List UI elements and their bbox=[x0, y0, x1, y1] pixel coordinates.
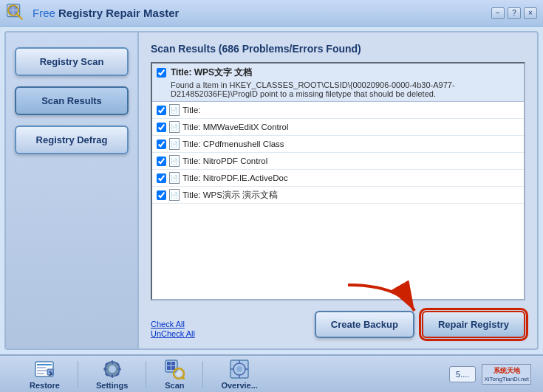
row-label: Title: NitroPDF.IE.ActiveDoc bbox=[182, 173, 288, 182]
svg-rect-17 bbox=[112, 360, 113, 364]
list-item: 📄 Title: NitroPDF Control bbox=[152, 153, 524, 170]
check-links: Check All UnCheck All bbox=[151, 320, 195, 338]
main-area: Registry Scan Scan Results Registry Defr… bbox=[4, 31, 539, 350]
window-controls: − ? × bbox=[491, 7, 537, 19]
svg-rect-26 bbox=[167, 362, 171, 365]
list-item: 📄 Title: bbox=[152, 102, 524, 119]
row-checkbox[interactable] bbox=[157, 190, 166, 200]
row-label: Title: WPS演示 演示文稿 bbox=[182, 190, 278, 201]
sidebar: Registry Scan Scan Results Registry Defr… bbox=[6, 32, 139, 348]
row-checkbox[interactable] bbox=[157, 140, 166, 149]
list-item: 📄 Title: CPdfmenushell Class bbox=[152, 136, 524, 153]
svg-rect-13 bbox=[37, 373, 44, 374]
bottom-toolbar: Restore Settings bbox=[0, 354, 543, 392]
scan-label: Scan bbox=[165, 381, 184, 390]
action-buttons: Create Backup Repair Registry bbox=[315, 311, 525, 338]
svg-rect-11 bbox=[37, 367, 46, 368]
doc-icon: 📄 bbox=[169, 121, 180, 133]
doc-icon: 📄 bbox=[169, 155, 180, 167]
doc-icon: 📄 bbox=[169, 189, 180, 201]
svg-rect-27 bbox=[171, 362, 175, 365]
doc-icon: 📄 bbox=[169, 104, 180, 116]
toolbar-restore[interactable]: Restore bbox=[12, 359, 78, 390]
result-header-detail: Found a Item in HKEY_CLASSES_ROOT\CLSID\… bbox=[171, 80, 519, 98]
row-checkbox[interactable] bbox=[157, 106, 166, 115]
overview-icon bbox=[229, 359, 250, 379]
restore-icon bbox=[34, 359, 55, 379]
row-label: Title: CPdfmenushell Class bbox=[182, 140, 284, 148]
svg-point-32 bbox=[176, 371, 182, 376]
row-label: Title: bbox=[182, 106, 201, 114]
sidebar-item-registry-scan[interactable]: Registry Scan bbox=[15, 47, 129, 76]
row-checkbox[interactable] bbox=[157, 123, 166, 132]
row-checkbox[interactable] bbox=[157, 173, 166, 183]
svg-rect-28 bbox=[167, 366, 171, 370]
svg-point-16 bbox=[109, 365, 116, 373]
svg-rect-20 bbox=[117, 368, 121, 370]
sidebar-item-scan-results[interactable]: Scan Results bbox=[15, 86, 129, 115]
row-label: Title: NitroPDF Control bbox=[182, 157, 267, 165]
svg-rect-10 bbox=[37, 364, 52, 365]
toolbar-settings[interactable]: Settings bbox=[78, 359, 146, 390]
svg-point-7 bbox=[10, 6, 18, 14]
repair-registry-button[interactable]: Repair Registry bbox=[422, 311, 525, 338]
doc-icon: 📄 bbox=[169, 172, 180, 184]
toolbar-scan[interactable]: Scan bbox=[146, 359, 202, 390]
create-backup-button[interactable]: Create Backup bbox=[315, 311, 414, 338]
svg-line-31 bbox=[182, 377, 185, 379]
version-text: 5.... bbox=[449, 366, 476, 382]
title-bar: Free Registry Repair Master − ? × bbox=[0, 0, 543, 27]
svg-rect-19 bbox=[103, 368, 107, 370]
check-all-link[interactable]: Check All bbox=[151, 320, 195, 329]
list-item: 📄 Title: NitroPDF.IE.ActiveDoc bbox=[152, 170, 524, 187]
settings-label: Settings bbox=[96, 381, 128, 390]
uncheck-all-link[interactable]: UnCheck All bbox=[151, 329, 195, 338]
app-logo bbox=[6, 3, 27, 24]
app-title: Free Registry Repair Master bbox=[33, 7, 491, 19]
row-checkbox[interactable] bbox=[157, 157, 166, 166]
results-list[interactable]: Title: WPS文字 文档 Found a Item in HKEY_CLA… bbox=[151, 62, 525, 300]
settings-icon bbox=[102, 359, 123, 379]
list-item: 📄 Title: MMWaveEditX Control bbox=[152, 119, 524, 136]
scan-icon bbox=[164, 359, 185, 379]
row-label: Title: MMWaveEditX Control bbox=[182, 123, 289, 131]
result-header-title: Title: WPS文字 文档 bbox=[171, 66, 519, 79]
sidebar-item-registry-defrag[interactable]: Registry Defrag bbox=[15, 125, 129, 154]
toolbar-overview[interactable]: Overvie... bbox=[203, 359, 276, 390]
result-header-checkbox[interactable] bbox=[157, 68, 166, 78]
minimize-button[interactable]: − bbox=[491, 7, 505, 19]
overview-label: Overvie... bbox=[221, 381, 258, 390]
list-item: 📄 Title: WPS演示 演示文稿 bbox=[152, 187, 524, 204]
scan-results-title: Scan Results (686 Problems/Errors Found) bbox=[151, 43, 525, 55]
doc-icon: 📄 bbox=[169, 138, 180, 150]
close-button[interactable]: × bbox=[524, 7, 537, 19]
svg-rect-18 bbox=[112, 374, 113, 378]
result-header-item: Title: WPS文字 文档 Found a Item in HKEY_CLA… bbox=[152, 63, 524, 102]
svg-point-35 bbox=[236, 366, 242, 372]
help-button[interactable]: ? bbox=[508, 7, 521, 19]
content-area: Scan Results (686 Problems/Errors Found)… bbox=[139, 32, 537, 348]
logo-badge: 系统天地 XiTongTianDi.net bbox=[482, 364, 531, 385]
restore-label: Restore bbox=[30, 381, 60, 390]
